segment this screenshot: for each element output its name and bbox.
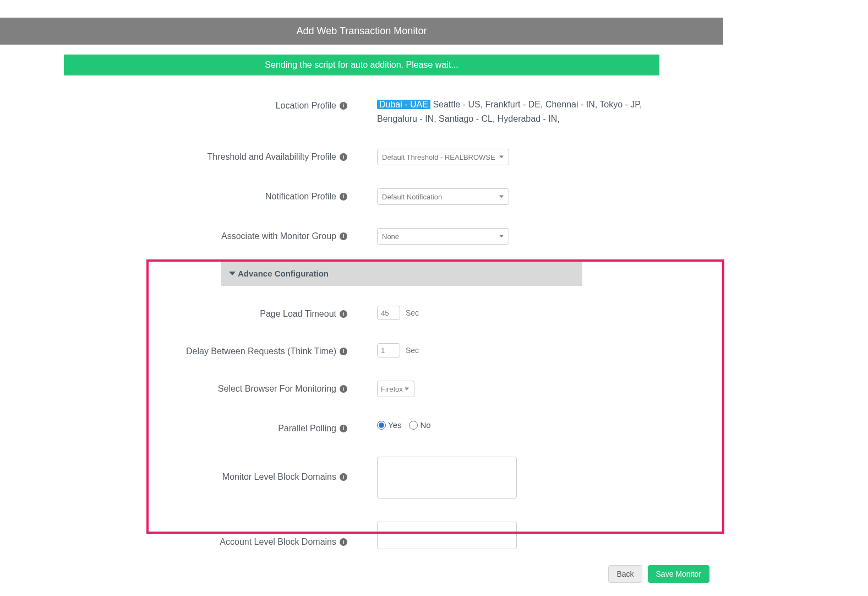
notification-profile-select[interactable]: Default Notification [377, 188, 509, 205]
advance-config-title: Advance Configuration [238, 269, 329, 278]
radio-yes[interactable]: Yes [377, 420, 401, 430]
chevron-down-icon [229, 272, 236, 275]
info-icon[interactable]: i [340, 348, 347, 355]
radio-no[interactable]: No [409, 420, 430, 430]
monitor-group-select[interactable]: None [377, 228, 509, 245]
label-text: Parallel Polling [278, 424, 336, 434]
value-monitor-group: None [347, 228, 659, 245]
info-icon[interactable]: i [340, 153, 347, 161]
label-account-block-domains: Account Level Block Domains i [64, 522, 347, 547]
status-banner: Sending the script for auto addition. Pl… [64, 55, 659, 75]
info-icon[interactable]: i [340, 538, 347, 546]
label-text: Threshold and Availabililty Profile [208, 152, 337, 162]
label-text: Page Load Timeout [260, 309, 336, 319]
label-text: Location Profile [276, 101, 336, 111]
row-monitor-group: Associate with Monitor Group i None [64, 228, 659, 245]
label-monitor-group: Associate with Monitor Group i [64, 228, 347, 241]
value-location-profile: Dubai - UAE Seattle - US, Frankfurt - DE… [347, 97, 659, 126]
page-header: Add Web Transaction Monitor [0, 18, 723, 45]
value-browser: Firefox [347, 381, 659, 397]
label-text: Associate with Monitor Group [221, 231, 336, 241]
value-monitor-block-domains [347, 457, 659, 499]
value-page-load-timeout: Sec [347, 306, 659, 320]
form-area: Location Profile i Dubai - UAE Seattle -… [64, 75, 659, 549]
unit-sec: Sec [406, 308, 419, 317]
value-threshold-profile: Default Threshold - REALBROWSER [347, 149, 659, 165]
radio-no-input[interactable] [409, 421, 418, 430]
think-time-input[interactable] [377, 343, 400, 357]
row-parallel-polling: Parallel Polling i Yes No [64, 420, 659, 434]
info-icon[interactable]: i [340, 193, 347, 201]
info-icon[interactable]: i [340, 473, 347, 481]
browser-select[interactable]: Firefox [377, 381, 414, 397]
page-load-timeout-input[interactable] [377, 306, 400, 320]
label-page-load-timeout: Page Load Timeout i [64, 306, 347, 319]
label-parallel-polling: Parallel Polling i [64, 420, 347, 434]
row-threshold-profile: Threshold and Availabililty Profile i De… [64, 149, 659, 165]
row-monitor-block-domains: Monitor Level Block Domains i [64, 457, 659, 499]
info-icon[interactable]: i [340, 232, 347, 240]
label-think-time: Delay Between Requests (Think Time) i [64, 343, 347, 356]
location-primary[interactable]: Dubai - UAE [377, 100, 430, 109]
select-wrap: Default Notification [377, 188, 509, 205]
location-list: Dubai - UAE Seattle - US, Frankfurt - DE… [377, 97, 659, 126]
value-notification-profile: Default Notification [347, 188, 659, 205]
label-text: Account Level Block Domains [220, 537, 336, 547]
label-location-profile: Location Profile i [64, 97, 347, 111]
row-location-profile: Location Profile i Dubai - UAE Seattle -… [64, 97, 659, 126]
label-text: Monitor Level Block Domains [222, 472, 336, 482]
info-icon[interactable]: i [340, 425, 347, 432]
label-text: Select Browser For Monitoring [218, 384, 336, 394]
label-threshold-profile: Threshold and Availabililty Profile i [64, 149, 347, 162]
row-account-block-domains: Account Level Block Domains i [64, 522, 659, 549]
value-think-time: Sec [347, 343, 659, 357]
info-icon[interactable]: i [340, 310, 347, 318]
row-page-load-timeout: Page Load Timeout i Sec [64, 306, 659, 320]
value-account-block-domains [347, 522, 659, 549]
select-wrap: Default Threshold - REALBROWSER [377, 149, 509, 165]
radio-no-label: No [420, 420, 430, 430]
label-text: Delay Between Requests (Think Time) [186, 346, 336, 356]
threshold-profile-select[interactable]: Default Threshold - REALBROWSER [377, 149, 509, 165]
radio-yes-input[interactable] [377, 421, 386, 430]
parallel-polling-radio-group: Yes No [377, 420, 431, 430]
monitor-block-domains-input[interactable] [377, 457, 517, 499]
label-browser: Select Browser For Monitoring i [64, 381, 347, 394]
advance-config-header[interactable]: Advance Configuration [221, 261, 582, 286]
status-banner-text: Sending the script for auto addition. Pl… [265, 60, 458, 69]
row-think-time: Delay Between Requests (Think Time) i Se… [64, 343, 659, 357]
row-notification-profile: Notification Profile i Default Notificat… [64, 188, 659, 205]
label-notification-profile: Notification Profile i [64, 188, 347, 202]
page-title: Add Web Transaction Monitor [297, 25, 427, 36]
unit-sec: Sec [406, 346, 419, 355]
info-icon[interactable]: i [340, 102, 347, 110]
select-wrap: None [377, 228, 509, 245]
account-block-domains-input[interactable] [377, 522, 517, 549]
radio-yes-label: Yes [388, 420, 401, 430]
select-wrap: Firefox [377, 381, 414, 397]
label-text: Notification Profile [265, 192, 336, 202]
page-container: Sending the script for auto addition. Pl… [0, 55, 723, 549]
info-icon[interactable]: i [340, 385, 347, 393]
value-parallel-polling: Yes No [347, 420, 659, 430]
label-monitor-block-domains: Monitor Level Block Domains i [64, 457, 347, 482]
row-browser: Select Browser For Monitoring i Firefox [64, 381, 659, 397]
